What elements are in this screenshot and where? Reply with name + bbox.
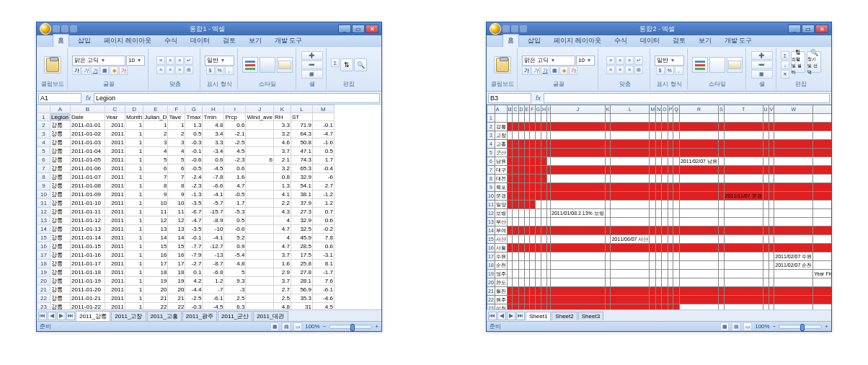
format-button[interactable]: ▦ <box>751 70 773 79</box>
cell[interactable]: 강릉 <box>50 216 71 225</box>
row-header[interactable]: 8 <box>487 175 495 183</box>
cell[interactable]: 21 <box>143 294 168 303</box>
cell[interactable] <box>769 287 774 296</box>
cell[interactable]: -4.7 <box>185 216 203 225</box>
cell[interactable] <box>724 149 763 157</box>
cell[interactable] <box>813 304 831 310</box>
cell[interactable] <box>813 287 831 296</box>
cell[interactable] <box>524 192 530 201</box>
cell[interactable] <box>513 304 518 310</box>
cell[interactable] <box>246 268 274 277</box>
column-header[interactable]: D <box>125 105 143 113</box>
cell[interactable]: 74.3 <box>291 156 312 164</box>
row-header[interactable]: 23 <box>487 304 495 310</box>
cell[interactable]: -3.5 <box>185 199 203 208</box>
cell[interactable] <box>668 201 673 209</box>
cell[interactable] <box>518 252 524 261</box>
cell[interactable] <box>813 201 831 209</box>
column-header[interactable]: V <box>769 105 774 114</box>
cell[interactable] <box>605 235 611 244</box>
cell[interactable] <box>763 252 769 261</box>
cell[interactable]: 1.7 <box>224 199 246 208</box>
cell[interactable] <box>524 209 530 218</box>
cell[interactable]: 3.2 <box>273 130 291 138</box>
cell[interactable] <box>763 131 769 140</box>
cell[interactable]: -3.4 <box>203 147 224 156</box>
cell[interactable] <box>530 192 535 201</box>
cell[interactable] <box>246 208 274 216</box>
cell[interactable]: 16 <box>143 251 168 260</box>
cell[interactable]: 17.5 <box>291 251 312 260</box>
cell-styles-button[interactable] <box>727 57 743 73</box>
cell[interactable] <box>668 252 673 261</box>
cell[interactable] <box>774 183 813 192</box>
cell[interactable] <box>518 149 524 157</box>
cell[interactable] <box>541 296 547 304</box>
cell[interactable] <box>769 261 774 270</box>
cell[interactable]: 3.2 <box>273 164 291 173</box>
cell[interactable]: 강릉 <box>50 156 71 164</box>
cell[interactable] <box>673 278 679 287</box>
cell[interactable] <box>507 227 513 235</box>
cell[interactable] <box>656 201 662 209</box>
ribbon-tab[interactable]: 수식 <box>610 35 632 47</box>
cell[interactable] <box>763 261 769 270</box>
cell[interactable] <box>507 278 513 287</box>
cell[interactable] <box>246 286 274 294</box>
align-bot-button[interactable]: ≡ <box>625 56 634 65</box>
cell[interactable]: 0.5 <box>312 147 334 156</box>
cell[interactable]: 강릉 <box>50 225 71 234</box>
cell[interactable]: 1 <box>125 199 143 208</box>
cell[interactable] <box>507 287 513 296</box>
cell[interactable]: 0.5 <box>185 130 203 138</box>
cell[interactable] <box>535 235 541 244</box>
row-header[interactable]: 7 <box>37 164 50 173</box>
cell[interactable] <box>718 131 724 140</box>
worksheet-grid[interactable]: ABCDEFGHIJKLMNOPQRSTUVWXYZAAABAC12강릉2011… <box>487 105 831 309</box>
italic-button[interactable]: 가 <box>81 66 90 75</box>
cell[interactable] <box>662 278 668 287</box>
row-label-cell[interactable]: 수원 <box>495 252 507 261</box>
cell[interactable]: 1 <box>125 234 143 242</box>
ribbon-tab[interactable]: 삽입 <box>523 35 545 47</box>
cell[interactable]: 3.4 <box>203 130 224 138</box>
cell[interactable]: 2011 <box>105 277 125 286</box>
cell[interactable] <box>668 296 673 304</box>
cell[interactable] <box>513 140 518 149</box>
ribbon-tab[interactable]: 수식 <box>160 35 182 47</box>
cell[interactable]: -0.1 <box>312 121 334 130</box>
cell[interactable] <box>656 278 662 287</box>
cell[interactable]: 65.3 <box>291 164 312 173</box>
cell[interactable] <box>611 157 650 166</box>
cell[interactable] <box>605 114 611 123</box>
cell[interactable]: -3.5 <box>185 225 203 234</box>
currency-button[interactable]: $ <box>206 66 215 75</box>
cell[interactable] <box>656 175 662 183</box>
cell[interactable] <box>813 192 831 201</box>
cell[interactable]: Wind_ave <box>246 113 274 121</box>
cell[interactable] <box>724 278 763 287</box>
cell[interactable] <box>724 304 763 310</box>
cell[interactable] <box>530 114 535 123</box>
cell[interactable] <box>679 201 718 209</box>
sheet-tab[interactable]: Sheet1 <box>526 312 551 320</box>
cell[interactable] <box>673 166 679 175</box>
cell[interactable] <box>662 175 668 183</box>
cell[interactable]: 2011 <box>105 268 125 277</box>
cell[interactable]: 28.1 <box>291 277 312 286</box>
cell[interactable] <box>246 225 274 234</box>
cell[interactable] <box>769 149 774 157</box>
cell[interactable]: 4.3 <box>273 208 291 216</box>
cell[interactable] <box>763 157 769 166</box>
cell[interactable] <box>679 261 718 270</box>
row-header[interactable]: 20 <box>487 278 495 287</box>
row-header[interactable]: 18 <box>487 261 495 270</box>
tab-nav-last[interactable]: ⏭ <box>66 312 75 320</box>
row-header[interactable]: 6 <box>37 156 50 164</box>
cell[interactable]: 2011 <box>105 234 125 242</box>
cell[interactable]: 4.6 <box>273 138 291 147</box>
cell[interactable] <box>673 175 679 183</box>
cell[interactable] <box>668 218 673 227</box>
align-left-button[interactable]: ≡ <box>606 66 615 74</box>
cell[interactable] <box>611 114 650 123</box>
